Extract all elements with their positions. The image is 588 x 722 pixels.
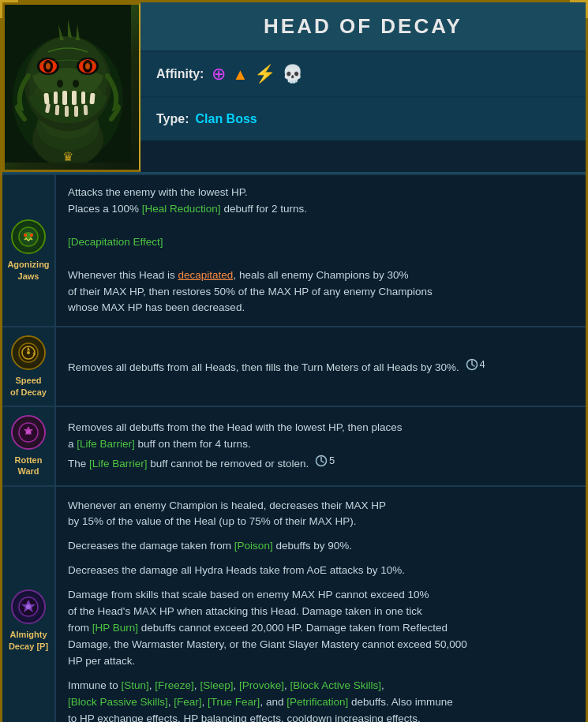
force-icon: ⊕ [212,64,226,84]
type-value: Clan Boss [195,112,257,126]
svg-point-38 [26,430,31,435]
svg-rect-12 [81,92,85,104]
affinity-label: Affinity: [156,67,204,81]
rotten-ward-icon [11,415,46,450]
svg-rect-15 [55,105,60,115]
character-card: ♛ HEAD OF DECAY Affinity: ⊕ ▲ ⚡ 💀 Type: … [0,0,588,722]
skill-icon-cell-almighty-decay: AlmightyDecay [P] [2,487,56,722]
speed-of-decay-icon [11,335,46,370]
skill-icon-cell-speed-of-decay: Speedof Decay [2,327,56,406]
svg-rect-18 [84,105,88,115]
almighty-decay-icon [11,589,46,624]
agonizing-jaws-icon [11,219,46,254]
almighty-decay-content: Whenever an enemy Champion is healed, de… [56,487,586,722]
rotten-ward-content: Removes all debuffs from the the Head wi… [56,407,586,485]
agonizing-jaws-label: AgonizingJaws [7,259,49,282]
svg-point-25 [46,63,51,69]
almighty-decay-p5: Immune to [Stun], [Freeze], [Sleep], [Pr… [68,678,574,722]
magic-icon: ▲ [232,65,248,84]
svg-point-28 [73,80,79,88]
skill-row-agonizing-jaws: AgonizingJaws Attacks the enemy with the… [2,174,586,326]
void-icon: 💀 [282,64,303,84]
svg-point-32 [30,234,33,237]
cooldown-indicator-speed: 4 [463,357,485,372]
svg-text:♛: ♛ [62,150,73,163]
cooldown-indicator-rotten: 5 [312,453,335,469]
almighty-decay-p4: Damage from skills that scale based on e… [68,587,574,670]
svg-rect-16 [65,106,69,117]
almighty-decay-p3: Decreases the damage all Hydra Heads tak… [68,563,574,579]
rotten-ward-text: Removes all debuffs from the the Head wi… [68,420,574,473]
agonizing-jaws-content: Attacks the enemy with the lowest HP. Pl… [56,175,586,326]
champion-portrait: ♛ [2,2,140,172]
type-bar: Type: Clan Boss [140,98,586,140]
svg-rect-13 [89,93,95,104]
svg-point-27 [57,80,63,88]
agonizing-jaws-text: Attacks the enemy with the lowest HP. Pl… [68,185,574,316]
rotten-ward-label: RottenWard [15,455,43,477]
speed-of-decay-content: Removes all debuffs from all Heads, then… [56,327,586,406]
skill-row-almighty-decay: AlmightyDecay [P] Whenever an enemy Cham… [2,485,586,722]
skills-section: AgonizingJaws Attacks the enemy with the… [2,174,586,722]
skill-row-speed-of-decay: Speedof Decay Removes all debuffs from a… [2,326,586,406]
svg-point-31 [24,234,27,237]
title-bar: HEAD OF DECAY [140,2,586,52]
svg-rect-17 [74,106,78,117]
almighty-decay-p1: Whenever an enemy Champion is healed, de… [68,498,574,531]
almighty-decay-label: AlmightyDecay [P] [9,629,48,652]
affinity-icons: ⊕ ▲ ⚡ 💀 [212,64,303,84]
skill-row-rotten-ward: RottenWard Removes all debuffs from the … [2,406,586,485]
header-section: ♛ HEAD OF DECAY Affinity: ⊕ ▲ ⚡ 💀 Type: … [2,2,586,174]
skill-icon-cell-rotten-ward: RottenWard [2,407,56,485]
svg-point-42 [26,604,31,609]
svg-rect-11 [72,91,77,105]
svg-point-26 [85,63,90,69]
affinity-bar: Affinity: ⊕ ▲ ⚡ 💀 [140,52,586,98]
almighty-decay-p2: Decreases the damage taken from [Poison]… [68,538,574,555]
svg-rect-10 [62,91,67,105]
speed-of-decay-label: Speedof Decay [10,375,47,398]
skill-icon-cell-agonizing-jaws: AgonizingJaws [2,175,56,326]
svg-point-35 [27,351,30,354]
speed-of-decay-text: Removes all debuffs from all Heads, then… [68,357,574,376]
champion-title: HEAD OF DECAY [264,14,463,38]
spirit-icon: ⚡ [254,64,275,84]
header-info: HEAD OF DECAY Affinity: ⊕ ▲ ⚡ 💀 Type: Cl… [140,2,586,172]
type-label: Type: [156,112,189,126]
svg-rect-9 [54,92,58,104]
svg-rect-8 [43,93,49,104]
